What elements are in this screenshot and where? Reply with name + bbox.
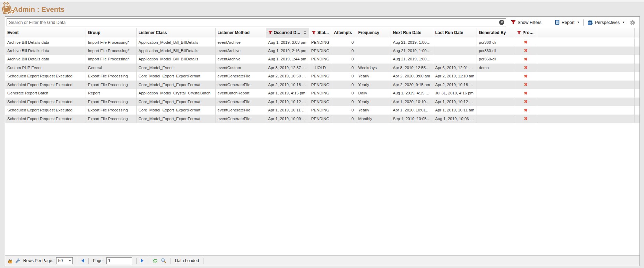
cell-occurred_date: Aug 1, 2019, 3:03 pm bbox=[266, 38, 309, 47]
cell-last_run_date: Apr 1, 2019, 10:12 am bbox=[433, 98, 477, 106]
column-header-process[interactable]: Proces... bbox=[515, 28, 537, 38]
footer-divider bbox=[77, 258, 77, 264]
prev-page-icon[interactable] bbox=[81, 259, 84, 263]
column-header-attempts[interactable]: Attempts bbox=[332, 28, 356, 38]
page-input[interactable] bbox=[106, 257, 132, 264]
delete-x-icon[interactable]: ✖ bbox=[524, 99, 528, 104]
cell-status: PENDING bbox=[309, 115, 332, 123]
wrench-icon[interactable] bbox=[15, 258, 20, 263]
delete-x-icon[interactable]: ✖ bbox=[524, 91, 528, 96]
table-row[interactable]: Archive Bill Details dataImport File Pro… bbox=[5, 55, 639, 64]
lock-icon[interactable] bbox=[8, 258, 12, 263]
cell-occurred_date: Apr 1, 2019, 10:12 am bbox=[266, 98, 309, 106]
rows-per-page-select[interactable]: 50 ▼ bbox=[56, 257, 73, 264]
column-header-next_run_date[interactable]: Next Run Date bbox=[391, 28, 433, 38]
cell-next_run_date: Aug 21, 2019, 1:00 am bbox=[391, 38, 433, 47]
cell-attempts: 0 bbox=[332, 64, 356, 72]
cell-listener_method: eventArchive bbox=[215, 55, 266, 64]
delete-x-icon[interactable]: ✖ bbox=[524, 65, 528, 70]
column-header-last_run_date[interactable]: Last Run Date bbox=[433, 28, 477, 38]
cell-listener_method: eventGenerateFile bbox=[215, 106, 266, 115]
cell-status: PENDING bbox=[309, 72, 332, 81]
delete-x-icon[interactable]: ✖ bbox=[524, 40, 528, 45]
table-row[interactable]: Scheduled Export Request ExecutedExport … bbox=[5, 81, 639, 89]
filler-cell bbox=[634, 115, 639, 123]
filler-cell bbox=[634, 106, 639, 115]
cell-group: Import File Processing* bbox=[86, 38, 136, 47]
cell-generated_by bbox=[477, 89, 515, 98]
cell-status: PENDING bbox=[309, 89, 332, 98]
cell-process: ✖ bbox=[515, 89, 537, 98]
cell-generated_by bbox=[477, 106, 515, 115]
search-input[interactable] bbox=[7, 18, 506, 26]
cell-next_run_date: Apr 1, 2020, 10:01 am bbox=[391, 106, 433, 115]
cell-last_run_date: Apr 2, 2019, 10:18 am bbox=[433, 81, 477, 89]
cell-next_run_date: Aug 21, 2019, 1:00 am bbox=[391, 55, 433, 64]
delete-x-icon[interactable]: ✖ bbox=[524, 57, 528, 62]
gear-icon[interactable] bbox=[630, 20, 635, 25]
footer-divider bbox=[203, 258, 203, 264]
perspectives-button[interactable]: Perspectives ▼ bbox=[586, 19, 626, 26]
column-header-status[interactable]: Stat... bbox=[309, 28, 332, 38]
column-label: Proces... bbox=[523, 30, 535, 35]
table-row[interactable]: Custom PHP EventGeneralCore_Model_Evente… bbox=[5, 64, 639, 72]
show-filters-button[interactable]: Show Filters bbox=[510, 19, 543, 26]
cell-attempts: 0 bbox=[332, 38, 356, 47]
cell-generated_by: pcr360-cli bbox=[477, 38, 515, 47]
column-header-filler bbox=[634, 28, 639, 38]
cell-status: PENDING bbox=[309, 81, 332, 89]
cell-attempts: 0 bbox=[332, 106, 356, 115]
column-label: Listener Method bbox=[218, 30, 250, 35]
column-header-occurred_date[interactable]: Occurred Date bbox=[266, 28, 309, 38]
filler-cell bbox=[634, 72, 639, 81]
cell-occurred_date: Apr 1, 2019, 10:11 am bbox=[266, 106, 309, 115]
next-page-icon[interactable] bbox=[141, 259, 143, 263]
cell-last_run_date: Apr 6, 2019, 12:01 am bbox=[433, 64, 477, 72]
table-row[interactable]: Generate Report BatchReportApplication_M… bbox=[5, 89, 639, 98]
table-row[interactable]: Scheduled Export Request ExecutedExport … bbox=[5, 106, 639, 115]
table-row[interactable]: Archive Bill Details dataImport File Pro… bbox=[5, 38, 639, 47]
table-row[interactable]: Scheduled Export Request ExecutedExport … bbox=[5, 115, 639, 123]
delete-x-icon[interactable]: ✖ bbox=[524, 82, 528, 87]
magnifier-icon[interactable] bbox=[161, 258, 166, 263]
column-header-listener_class[interactable]: Listener Class bbox=[136, 28, 215, 38]
column-header-frequency[interactable]: Frequency bbox=[356, 28, 391, 38]
table-row[interactable]: Scheduled Export Request ExecutedExport … bbox=[5, 98, 639, 106]
delete-x-icon[interactable]: ✖ bbox=[524, 48, 528, 53]
cell-frequency: Daily bbox=[356, 89, 391, 98]
cell-next_run_date: Apr 2, 2020, 3:00 am bbox=[391, 72, 433, 81]
cell-listener_class: Core_Model_Export_ExportFormat bbox=[136, 98, 215, 106]
cell-next_run_date: Apr 1, 2020, 10:10 am bbox=[391, 98, 433, 106]
filter-funnel-icon bbox=[517, 31, 521, 34]
cell-attempts: 0 bbox=[332, 55, 356, 64]
table-row[interactable]: Archive Bill Details dataImport File Pro… bbox=[5, 47, 639, 55]
cell-listener_method: eventGenerateFile bbox=[215, 115, 266, 123]
delete-x-icon[interactable]: ✖ bbox=[524, 108, 528, 113]
column-header-group[interactable]: Group bbox=[86, 28, 136, 38]
sort-arrows-icon[interactable] bbox=[304, 31, 307, 34]
cell-last_run_date: Apr 2, 2019, 11:10 am bbox=[433, 72, 477, 81]
chevron-down-icon: ▼ bbox=[622, 21, 625, 24]
table-row[interactable]: Scheduled Export Request ExecutedExport … bbox=[5, 72, 639, 81]
filter-funnel-icon bbox=[268, 31, 272, 34]
delete-x-icon[interactable]: ✖ bbox=[524, 74, 528, 79]
toolbar-divider bbox=[583, 19, 584, 26]
cell-occurred_date: Aug 1, 2019, 2:16 pm bbox=[266, 47, 309, 55]
filler-cell bbox=[537, 47, 634, 55]
refresh-icon[interactable] bbox=[152, 258, 158, 263]
column-header-listener_method[interactable]: Listener Method bbox=[215, 28, 266, 38]
footer-divider bbox=[88, 258, 89, 264]
filler-cell bbox=[634, 64, 639, 72]
column-label: Generated By bbox=[479, 30, 506, 35]
column-header-event[interactable]: Event bbox=[5, 28, 86, 38]
cell-event: Scheduled Export Request Executed bbox=[5, 106, 86, 115]
cell-attempts: 0 bbox=[332, 81, 356, 89]
report-button[interactable]: Report ▼ bbox=[552, 19, 581, 26]
column-header-generated_by[interactable]: Generated By bbox=[477, 28, 515, 38]
cell-frequency: Weekdays bbox=[356, 64, 391, 72]
footer-divider bbox=[148, 258, 148, 264]
footer-divider bbox=[171, 258, 171, 264]
cell-frequency: Monthly bbox=[356, 115, 391, 123]
delete-x-icon[interactable]: ✖ bbox=[524, 116, 528, 121]
filler-cell bbox=[537, 64, 634, 72]
